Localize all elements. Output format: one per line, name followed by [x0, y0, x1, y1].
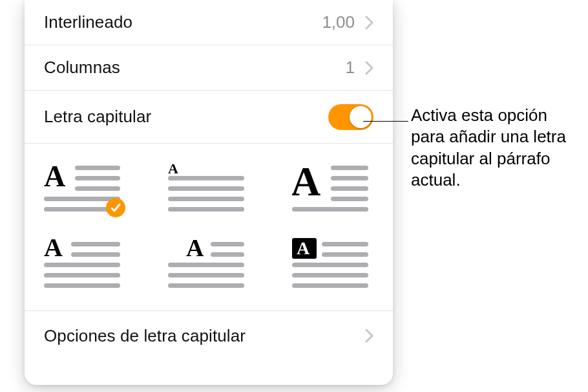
columns-label: Columnas — [44, 58, 120, 78]
dropcap-label: Letra capitular — [44, 107, 151, 127]
columns-row[interactable]: Columnas 1 — [25, 45, 393, 91]
svg-text:A: A — [292, 162, 320, 204]
svg-text:A: A — [168, 162, 178, 177]
svg-rect-9 — [168, 197, 244, 201]
line-spacing-value: 1,00 — [322, 12, 355, 32]
line-spacing-row[interactable]: Interlineado 1,00 — [25, 0, 393, 45]
chevron-right-icon — [365, 16, 373, 30]
svg-text:A: A — [44, 238, 63, 262]
svg-rect-34 — [292, 273, 368, 278]
svg-rect-3 — [75, 186, 120, 191]
columns-value: 1 — [346, 58, 355, 78]
svg-rect-32 — [322, 252, 368, 257]
svg-text:A: A — [297, 238, 310, 258]
callout-leader-line — [363, 121, 408, 122]
svg-rect-33 — [292, 263, 368, 267]
dropcap-style-6[interactable]: A — [292, 238, 368, 289]
svg-rect-31 — [322, 242, 368, 246]
svg-rect-10 — [168, 207, 244, 212]
svg-rect-27 — [168, 273, 244, 278]
svg-rect-26 — [168, 263, 244, 267]
dropcap-style-3[interactable]: A — [292, 162, 368, 212]
checkmark-icon — [106, 198, 125, 217]
dropcap-style-4[interactable]: A — [44, 238, 120, 289]
svg-rect-21 — [44, 273, 120, 278]
svg-rect-2 — [75, 176, 120, 180]
svg-rect-18 — [71, 242, 120, 246]
format-panel: Interlineado 1,00 Columnas 1 Letra capit… — [25, 0, 393, 385]
svg-rect-35 — [292, 283, 368, 288]
svg-rect-13 — [331, 176, 368, 180]
svg-rect-12 — [331, 166, 368, 170]
svg-rect-8 — [168, 186, 244, 191]
svg-rect-22 — [44, 283, 120, 288]
callout-text: Activa esta opción para añadir una letra… — [411, 105, 572, 191]
svg-rect-25 — [211, 252, 244, 257]
svg-rect-14 — [331, 186, 368, 191]
svg-rect-20 — [44, 263, 120, 267]
svg-rect-16 — [292, 207, 368, 212]
svg-text:A: A — [44, 162, 65, 193]
dropcap-style-grid: A A A — [25, 144, 393, 311]
svg-text:A: A — [186, 238, 204, 261]
dropcap-toggle[interactable] — [328, 104, 373, 130]
svg-rect-7 — [168, 176, 244, 180]
chevron-right-icon — [365, 329, 373, 343]
svg-rect-24 — [211, 242, 244, 246]
dropcap-style-1[interactable]: A — [44, 162, 120, 212]
svg-rect-28 — [168, 283, 244, 288]
dropcap-options-label: Opciones de letra capitular — [44, 326, 246, 346]
line-spacing-value-group: 1,00 — [322, 12, 373, 32]
chevron-right-icon — [365, 61, 373, 75]
svg-rect-19 — [71, 252, 120, 257]
toggle-knob — [350, 106, 372, 128]
dropcap-toggle-row: Letra capitular — [25, 91, 393, 144]
dropcap-options-row[interactable]: Opciones de letra capitular — [25, 311, 393, 360]
line-spacing-label: Interlineado — [44, 12, 132, 32]
svg-rect-1 — [75, 166, 120, 170]
dropcap-style-2[interactable]: A — [168, 162, 244, 212]
dropcap-style-5[interactable]: A — [168, 238, 244, 289]
svg-rect-15 — [331, 197, 368, 201]
columns-value-group: 1 — [346, 58, 373, 78]
